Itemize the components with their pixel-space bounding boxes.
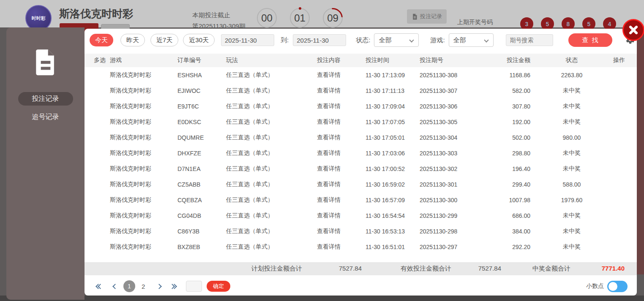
confirm-page-button[interactable]: 确定 — [207, 281, 230, 292]
page-header: 时时彩 斯洛伐克时时彩 本期投注截止 第20251130-309期 00 01 … — [0, 0, 644, 27]
status-badge: 980.00 — [542, 130, 601, 145]
col-multi-select: 多选 — [85, 54, 110, 67]
order-id-link[interactable]: EJIWOC — [177, 83, 226, 98]
last-page-button[interactable] — [170, 279, 176, 294]
status-badge: 未中奖 — [542, 83, 601, 98]
sidebar-item-bet-records-label: 投注记录 — [32, 95, 59, 103]
valid-total-value: 7527.84 — [478, 265, 501, 272]
status-badge: 未中奖 — [542, 239, 601, 255]
search-button[interactable]: 查找 — [568, 33, 612, 47]
period-search-input[interactable] — [506, 34, 553, 46]
order-id-link[interactable]: CZ5ABB — [177, 176, 226, 192]
date-to-label: 到: — [281, 36, 289, 44]
first-page-button[interactable] — [96, 279, 102, 294]
quick-filter-yesterday[interactable]: 昨天 — [120, 34, 145, 46]
quick-filter-30days[interactable]: 近30天 — [183, 34, 215, 46]
date-to-input[interactable] — [293, 34, 346, 46]
view-details-link[interactable]: 查看详情 — [317, 145, 366, 161]
order-id-link[interactable]: BXZ8EB — [177, 239, 226, 255]
table-row: 斯洛伐克时时彩BXZ8EB任三直选（单式）查看详情11-30 16:51:012… — [85, 239, 637, 255]
table-row: 斯洛伐克时时彩DHXFZE任三直选（单式）查看详情11-30 17:03:062… — [85, 145, 637, 161]
order-id-link[interactable]: CG04DB — [177, 208, 226, 223]
totals-bar: 计划投注金额合计 7527.84 有效投注金额合计 7527.84 中奖金额合计… — [85, 262, 637, 275]
order-id-link[interactable]: CQEBZA — [177, 192, 226, 208]
countdown-minutes: 01 — [290, 8, 310, 28]
table-row: 斯洛伐克时时彩E0DKSC任三直选（单式）查看详情11-30 17:07:052… — [85, 114, 637, 130]
table-row: 斯洛伐克时时彩DQUMRE任三直选（单式）查看详情11-30 17:05:012… — [85, 130, 637, 145]
table-header-row: 多选 游戏 订单编号 玩法 投注内容 投注时间 投注期号 投注金额 状态 操作 — [85, 54, 637, 67]
status-badge: 未中奖 — [542, 208, 601, 223]
sidebar-item-bet-records[interactable]: 投注记录 — [18, 92, 73, 106]
records-sidebar: 投注记录 追号记录 — [6, 27, 85, 300]
sidebar-item-chase-records-label: 追号记录 — [32, 113, 59, 122]
view-details-link[interactable]: 查看详情 — [317, 208, 366, 223]
chevron-down-icon — [484, 38, 488, 42]
logo-text: 时时彩 — [32, 15, 46, 22]
table-row: 斯洛伐克时时彩D7N1EA任三直选（单式）查看详情11-30 17:00:522… — [85, 161, 637, 176]
view-details-link[interactable]: 查看详情 — [317, 239, 366, 255]
game-select-value: 全部 — [453, 36, 466, 44]
valid-total-label: 有效投注金额合计 — [401, 265, 451, 273]
table-row: 斯洛伐克时时彩CQEBZA任三直选（单式）查看详情11-30 16:57:092… — [85, 192, 637, 208]
bet-records-modal: 今天 昨天 近7天 近30天 到: 状态: 全部 游戏: 全部 查找 — [85, 29, 637, 296]
planned-total-value: 7527.84 — [339, 265, 362, 272]
table-row: 斯洛伐克时时彩CZ5ABB任三直选（单式）查看详情11-30 16:59:022… — [85, 176, 637, 192]
col-game: 游戏 — [110, 54, 177, 67]
countdown-dot — [299, 7, 301, 10]
view-details-link[interactable]: 查看详情 — [317, 223, 366, 239]
goto-page-input[interactable] — [186, 281, 202, 292]
quick-filter-7days[interactable]: 近7天 — [150, 34, 178, 46]
dimmed-bottom-edge — [0, 296, 644, 301]
page-2-button[interactable]: 2 — [142, 279, 145, 294]
order-id-link[interactable]: C86Y3B — [177, 223, 226, 239]
order-id-link[interactable]: E0DKSC — [177, 114, 226, 130]
sidebar-item-chase-records[interactable]: 追号记录 — [18, 110, 73, 124]
status-select[interactable]: 全部 — [374, 33, 419, 47]
order-id-link[interactable]: DHXFZE — [177, 145, 226, 161]
view-details-link[interactable]: 查看详情 — [317, 176, 366, 192]
page-title: 斯洛伐克时时彩 — [59, 7, 133, 21]
lottery-page: 时时彩 斯洛伐克时时彩 本期投注截止 第20251130-309期 00 01 … — [0, 0, 644, 301]
order-id-link[interactable]: E9JT6C — [177, 98, 226, 114]
close-modal-button[interactable] — [622, 19, 644, 41]
order-id-link[interactable]: DQUMRE — [177, 130, 226, 145]
view-details-link[interactable]: 查看详情 — [317, 130, 366, 145]
order-id-link[interactable]: D7N1EA — [177, 161, 226, 176]
status-filter-label: 状态: — [356, 36, 370, 44]
document-icon-large — [31, 48, 60, 78]
date-from-input[interactable] — [221, 34, 274, 46]
page-1-button[interactable]: 1 — [123, 279, 135, 294]
next-page-button[interactable] — [157, 279, 161, 294]
status-badge: 1979.60 — [542, 192, 601, 208]
status-badge: 未中奖 — [542, 145, 601, 161]
view-details-link[interactable]: 查看详情 — [317, 114, 366, 130]
table-row: 斯洛伐克时时彩C86Y3B任三直选（单式）查看详情11-30 16:53:132… — [85, 223, 637, 239]
view-details-link[interactable]: 查看详情 — [317, 98, 366, 114]
quick-filter-today[interactable]: 今天 — [90, 34, 113, 46]
bet-records-button[interactable]: 投注记录 — [407, 9, 447, 24]
view-details-link[interactable]: 查看详情 — [317, 192, 366, 208]
view-details-link[interactable]: 查看详情 — [317, 67, 366, 83]
countdown-minutes-value: 01 — [294, 12, 306, 24]
status-badge: 588.00 — [542, 176, 601, 192]
decimal-toggle-switch[interactable] — [607, 281, 628, 292]
game-filter-label: 游戏: — [430, 36, 445, 44]
game-select[interactable]: 全部 — [449, 33, 494, 47]
countdown-progress-arc — [319, 4, 347, 32]
status-select-value: 全部 — [379, 36, 391, 44]
countdown-hours: 00 — [257, 8, 277, 28]
bet-records-table: 多选 游戏 订单编号 玩法 投注内容 投注时间 投注期号 投注金额 状态 操作 … — [85, 54, 637, 255]
view-details-link[interactable]: 查看详情 — [317, 83, 366, 98]
filter-bar: 今天 昨天 近7天 近30天 到: 状态: 全部 游戏: 全部 查找 — [85, 33, 637, 47]
win-total-value: 7771.40 — [602, 265, 625, 272]
order-id-link[interactable]: ESHSHA — [177, 67, 226, 83]
decimal-toggle-label: 小数点 — [586, 282, 604, 290]
table-row: 斯洛伐克时时彩CG04DB任三直选（单式）查看详情11-30 16:54:542… — [85, 208, 637, 223]
prev-page-button[interactable] — [113, 279, 117, 294]
chevron-down-icon — [409, 38, 414, 42]
status-badge: 未中奖 — [542, 161, 601, 176]
planned-total-label: 计划投注金额合计 — [251, 265, 302, 273]
view-details-link[interactable]: 查看详情 — [317, 161, 366, 176]
col-time: 投注时间 — [366, 54, 420, 67]
table-row: 斯洛伐克时时彩ESHSHA任三直选（单式）查看详情11-30 17:13:092… — [85, 67, 637, 83]
